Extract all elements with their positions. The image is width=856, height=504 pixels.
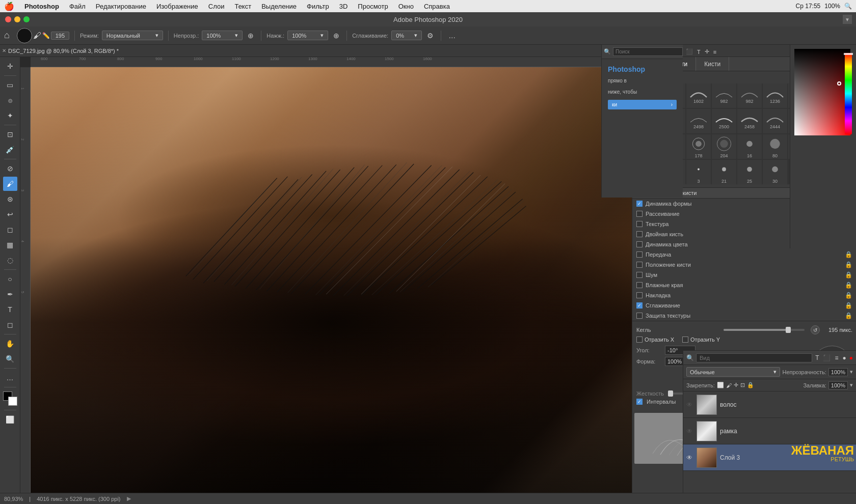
- setting-nakladka[interactable]: Накладка 🔒: [632, 290, 856, 300]
- lock-zaschita-tekstury[interactable]: 🔒: [845, 312, 852, 319]
- settings-icon[interactable]: ⚙: [425, 31, 436, 41]
- ad-button[interactable]: ки ›: [608, 100, 677, 109]
- menu-layers[interactable]: Слои: [203, 3, 230, 10]
- opacity-value[interactable]: 100%: [828, 368, 848, 376]
- layers-type-icon[interactable]: ≡: [834, 353, 839, 362]
- check-peredacha[interactable]: [636, 251, 643, 258]
- brush-icon[interactable]: 🖌: [33, 31, 41, 40]
- lock-paint-icon[interactable]: 🖌: [726, 382, 732, 388]
- crop-tool[interactable]: ⊡: [3, 127, 17, 142]
- brush-preset-20[interactable]: 16: [737, 134, 762, 159]
- maximize-button[interactable]: [23, 16, 30, 22]
- layer-visibility-sloy3[interactable]: 👁: [686, 454, 693, 461]
- brush-preset-29[interactable]: 30: [763, 160, 787, 184]
- smoothing-dropdown[interactable]: 0%▾: [391, 31, 422, 40]
- check-tekstura[interactable]: [636, 221, 643, 227]
- check-flip-y[interactable]: [682, 337, 688, 343]
- check-flip-x[interactable]: [636, 337, 643, 343]
- marquee-tool[interactable]: ▭: [3, 78, 17, 92]
- check-nakladka[interactable]: [636, 292, 643, 298]
- spot-heal-tool[interactable]: ⊘: [3, 161, 17, 176]
- move-tool[interactable]: ✛: [3, 59, 17, 73]
- blend-mode-dropdown[interactable]: Обычные▾: [686, 367, 780, 377]
- color-swatch[interactable]: [3, 391, 17, 406]
- menu-view[interactable]: Просмотр: [353, 3, 393, 10]
- lock-transparency-icon[interactable]: ⬜: [717, 382, 724, 388]
- label-polozheniye[interactable]: Положение кисти: [646, 262, 842, 268]
- brush-preset-18[interactable]: 178: [686, 134, 711, 159]
- label-zaschita-tekstury[interactable]: Защита текстуры: [646, 313, 842, 319]
- kegel-reset-button[interactable]: ↺: [811, 325, 820, 334]
- brush-preset-27[interactable]: 21: [712, 160, 736, 184]
- label-peredacha[interactable]: Передача: [646, 251, 842, 258]
- layer-visibility-volos[interactable]: 👁: [686, 401, 693, 408]
- brush-type-icon[interactable]: ✏️: [42, 32, 50, 39]
- lock-polozheniye[interactable]: 🔒: [845, 261, 852, 268]
- layers-color-icon[interactable]: ●: [842, 353, 847, 362]
- brush-preset-3[interactable]: 982: [712, 83, 736, 108]
- label-shum[interactable]: Шум: [646, 272, 842, 278]
- ad-icon3[interactable]: ✛: [704, 47, 710, 56]
- label-nakladka[interactable]: Накладка: [646, 292, 842, 298]
- ad-icon4[interactable]: ≡: [712, 48, 717, 56]
- setting-peredacha[interactable]: Передача 🔒: [632, 249, 856, 260]
- brush-preset-5[interactable]: 1236: [763, 83, 787, 108]
- color-spectrum[interactable]: [794, 49, 850, 135]
- lock-move-icon[interactable]: ✛: [734, 382, 738, 388]
- quick-mask-toggle[interactable]: ⬜: [3, 412, 17, 427]
- menu-filter[interactable]: Фильтр: [302, 3, 334, 10]
- opacity-dropdown[interactable]: 100%▾: [202, 31, 243, 40]
- eraser-tool[interactable]: ◻: [3, 222, 17, 237]
- check-dvojnaya-kist[interactable]: [636, 231, 643, 237]
- text-tool[interactable]: T: [3, 302, 17, 317]
- setting-vlazhnye-kraya[interactable]: Влажные края 🔒: [632, 280, 856, 290]
- brush-preset-19[interactable]: 204: [712, 134, 736, 159]
- brush-tool[interactable]: 🖌: [3, 177, 17, 191]
- setting-shum[interactable]: Шум 🔒: [632, 270, 856, 280]
- brush-preset-12[interactable]: 2458: [737, 109, 762, 133]
- brush-size-preview[interactable]: [17, 28, 32, 43]
- hue-bar[interactable]: [845, 53, 852, 134]
- canvas-area[interactable]: 600 700 800 900 1000 1100 1200 1300 1400…: [20, 57, 632, 493]
- brush-preset-10[interactable]: 2498: [686, 109, 711, 133]
- pressure-dropdown[interactable]: 100%▾: [287, 31, 328, 40]
- blur-tool[interactable]: ◌: [3, 253, 17, 267]
- shape-tool[interactable]: ◻: [3, 318, 17, 332]
- setting-zaschita-tekstury[interactable]: Защита текстуры 🔒: [632, 311, 856, 321]
- menu-window[interactable]: Окно: [393, 3, 419, 10]
- extra-options-icon[interactable]: …: [446, 31, 458, 41]
- ad-icon1[interactable]: ⬛: [685, 47, 694, 56]
- history-brush-tool[interactable]: ↩: [3, 207, 17, 221]
- brush-preset-28[interactable]: 25: [737, 160, 762, 184]
- lock-vlazhnye-kraya[interactable]: 🔒: [845, 282, 852, 289]
- lock-all-icon[interactable]: 🔒: [747, 382, 754, 388]
- brush-preset-21[interactable]: 80: [763, 134, 787, 159]
- layer-row-ramka[interactable]: 👁 рамка: [683, 418, 856, 444]
- menu-edit[interactable]: Редактирование: [91, 3, 151, 10]
- layers-circle-icon[interactable]: ●: [849, 354, 853, 361]
- ad-icon2[interactable]: T: [696, 48, 702, 56]
- check-polozheniye[interactable]: [636, 262, 643, 268]
- brush-preset-11[interactable]: 2500: [712, 109, 736, 133]
- lock-peredacha[interactable]: 🔒: [845, 251, 852, 258]
- check-shum[interactable]: [636, 272, 643, 278]
- check-rasseivaniye[interactable]: [636, 211, 643, 217]
- menu-text[interactable]: Текст: [229, 3, 256, 10]
- menu-3d[interactable]: 3D: [334, 3, 353, 10]
- menu-help[interactable]: Справка: [419, 3, 455, 10]
- extra-tools[interactable]: …: [3, 371, 17, 385]
- pressure2-icon[interactable]: ⊕: [331, 31, 341, 41]
- tab-brushes[interactable]: Кисти: [696, 57, 729, 71]
- zoom-tool[interactable]: 🔍: [3, 352, 17, 366]
- menu-image[interactable]: Изображение: [151, 3, 203, 10]
- apple-menu[interactable]: 🍎: [4, 2, 14, 11]
- setting-sglazhivaniye[interactable]: ✓ Сглаживание 🔒: [632, 300, 856, 311]
- pen-tool[interactable]: ✒: [3, 287, 17, 301]
- status-arrow[interactable]: ▶: [127, 495, 131, 502]
- lasso-tool[interactable]: ⌾: [3, 93, 17, 107]
- lock-sglazhivaniye[interactable]: 🔒: [845, 302, 852, 309]
- home-icon[interactable]: ⌂: [4, 30, 10, 41]
- check-dinamika-formy[interactable]: ✓: [636, 201, 643, 207]
- lock-artboard-icon[interactable]: ⊡: [740, 382, 745, 388]
- lock-nakladka[interactable]: 🔒: [845, 292, 852, 299]
